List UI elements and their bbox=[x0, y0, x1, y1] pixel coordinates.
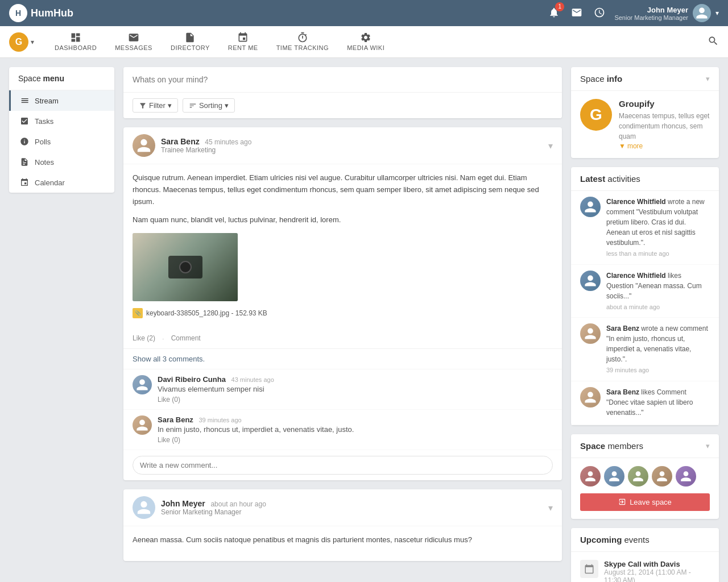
space-info-collapse[interactable]: ▾ bbox=[706, 74, 710, 83]
post-attachment: 📎 keyboard-338505_1280.jpg - 152.93 KB bbox=[133, 308, 553, 318]
attachment-name: keyboard-338505_1280.jpg - 152.93 KB bbox=[146, 309, 267, 317]
space-dropdown-icon[interactable]: ▾ bbox=[31, 38, 34, 46]
comment-avatar-sara bbox=[133, 415, 152, 435]
activity-item-2: Clarence Whitfield likes Question "Aenea… bbox=[571, 265, 719, 318]
nav-item-dashboard[interactable]: DASHBOARD bbox=[46, 26, 106, 58]
nav-label-directory: DIRECTORY bbox=[171, 44, 210, 51]
nav-item-messages[interactable]: MESSAGES bbox=[106, 26, 162, 58]
activity-item-4: Sara Benz likes Comment "Donec vitae sap… bbox=[571, 381, 719, 425]
activity-item-3: Sara Benz wrote a new comment "In enim j… bbox=[571, 318, 719, 381]
sidebar-label-calendar: Calendar bbox=[35, 178, 65, 187]
comment-time-1: 43 minutes ago bbox=[231, 376, 274, 383]
comment-button-1[interactable]: Comment bbox=[171, 334, 201, 343]
post-input-card: Filter ▾ Sorting ▾ bbox=[123, 67, 562, 118]
upcoming-events-card: Upcoming events Skype Call with Davis Au… bbox=[571, 528, 719, 583]
space-logo: G bbox=[580, 99, 612, 131]
search-button[interactable] bbox=[708, 35, 719, 48]
nav-label-rent-me: RENT ME bbox=[228, 44, 258, 51]
event-time-1: August 21, 2014 (11:00 AM - 11:30 AM) bbox=[604, 568, 710, 583]
latest-activities-title: Latest activities bbox=[571, 167, 719, 191]
space-info-title-plain: Space bbox=[580, 74, 607, 84]
top-navigation: H HumHub 1 John Meyer Senior Marketing M… bbox=[0, 0, 728, 26]
main-layout: Space menu Stream Tasks Polls Notes Cale… bbox=[0, 58, 728, 582]
post-avatar-john bbox=[133, 496, 155, 519]
space-info-title-bold: info bbox=[607, 74, 623, 84]
user-name: John Meyer bbox=[614, 6, 688, 14]
post-time-2: about an hour ago bbox=[210, 500, 266, 508]
sidebar-label-stream: Stream bbox=[35, 97, 59, 105]
member-avatar-3[interactable] bbox=[628, 466, 648, 487]
post-avatar-sara bbox=[133, 134, 155, 157]
post-image-1 bbox=[133, 233, 238, 301]
like-button-1[interactable]: Like (2) bbox=[133, 334, 155, 343]
comment-text-2: In enim justo, rhoncus ut, imperdiet a, … bbox=[158, 425, 553, 434]
sidebar-item-calendar[interactable]: Calendar bbox=[9, 172, 114, 193]
space-members-title: Space members bbox=[580, 441, 643, 451]
main-content: Filter ▾ Sorting ▾ Sara Benz bbox=[123, 67, 562, 582]
activity-avatar-sara3 bbox=[580, 323, 601, 344]
activity-time-1: less than a minute ago bbox=[606, 249, 710, 259]
nav-item-time-tracking[interactable]: TIME TRACKING bbox=[267, 26, 338, 58]
member-avatar-2[interactable] bbox=[604, 466, 624, 487]
nav-item-rent-me[interactable]: RENT ME bbox=[219, 26, 267, 58]
activity-author-4: Sara Benz bbox=[606, 388, 639, 396]
post-text-2: Aenean massa. Cum sociis natoque penatib… bbox=[133, 534, 553, 546]
sidebar-item-polls[interactable]: Polls bbox=[9, 131, 114, 152]
leave-space-button[interactable]: Leave space bbox=[580, 493, 710, 511]
comment-1: Davi Ribeiro Cunha 43 minutes ago Vivamu… bbox=[123, 369, 562, 410]
space-members-title-bold: members bbox=[607, 441, 643, 451]
user-title: Senior Marketing Manager bbox=[614, 14, 688, 21]
member-avatar-5[interactable] bbox=[676, 466, 696, 487]
comment-author-sara2: Sara Benz bbox=[158, 415, 193, 424]
event-icon-1 bbox=[580, 560, 598, 578]
post-input-field[interactable] bbox=[123, 67, 562, 92]
comment-like-1[interactable]: Like (0) bbox=[158, 396, 553, 404]
sidebar-label-tasks: Tasks bbox=[35, 117, 53, 126]
sidebar-item-notes[interactable]: Notes bbox=[9, 152, 114, 172]
comment-input-row bbox=[123, 450, 562, 480]
nav-item-media-wiki[interactable]: MEDIA WIKI bbox=[338, 26, 394, 58]
member-avatar-1[interactable] bbox=[580, 466, 601, 487]
event-item-1: Skype Call with Davis August 21, 2014 (1… bbox=[580, 560, 710, 583]
member-avatar-4[interactable] bbox=[652, 466, 672, 487]
nav-item-directory[interactable]: DIRECTORY bbox=[162, 26, 219, 58]
comment-time-2: 39 minutes ago bbox=[199, 417, 242, 423]
sidebar-item-tasks[interactable]: Tasks bbox=[9, 111, 114, 131]
filter-chevron-icon: ▾ bbox=[168, 101, 172, 110]
sidebar-item-stream[interactable]: Stream bbox=[9, 90, 114, 111]
sidebar-title: Space menu bbox=[9, 67, 114, 90]
post-options-1[interactable]: ▾ bbox=[548, 140, 553, 151]
notification-badge: 1 bbox=[555, 2, 564, 11]
members-body: Leave space bbox=[571, 458, 719, 519]
user-avatar bbox=[693, 4, 711, 22]
nav-label-time-tracking: TIME TRACKING bbox=[276, 44, 329, 51]
activity-author-1: Clarence Whitfield bbox=[606, 198, 666, 206]
comment-text-1: Vivamus elementum semper nisi bbox=[158, 385, 553, 393]
logo-text: HumHub bbox=[31, 7, 73, 19]
post-role-john: Senior Marketing Manager bbox=[161, 508, 548, 516]
attachment-icon: 📎 bbox=[133, 308, 143, 318]
space-members-collapse[interactable]: ▾ bbox=[706, 442, 710, 450]
sidebar-title-bold: menu bbox=[43, 74, 64, 83]
nav-label-media-wiki: MEDIA WIKI bbox=[347, 44, 384, 51]
notifications-button[interactable]: 1 bbox=[546, 5, 562, 22]
space-switcher-button[interactable]: G bbox=[9, 32, 28, 52]
activity-time-3: 39 minutes ago bbox=[606, 365, 710, 375]
filter-button[interactable]: Filter ▾ bbox=[133, 98, 178, 113]
logo-icon: H bbox=[9, 4, 27, 22]
comment-input-field[interactable] bbox=[133, 456, 553, 475]
show-all-comments[interactable]: Show all 3 comments. bbox=[123, 349, 562, 369]
sorting-button[interactable]: Sorting ▾ bbox=[183, 98, 235, 113]
user-menu[interactable]: John Meyer Senior Marketing Manager ▾ bbox=[614, 4, 719, 22]
latest-activities-card: Latest activities Clarence Whitfield wro… bbox=[571, 167, 719, 425]
logo[interactable]: H HumHub bbox=[9, 4, 73, 22]
clock-button[interactable] bbox=[592, 5, 607, 22]
sidebar-title-plain: Space bbox=[18, 74, 43, 83]
post-author-sara: Sara Benz bbox=[161, 137, 200, 146]
post-options-2[interactable]: ▾ bbox=[548, 502, 553, 513]
messages-button[interactable] bbox=[569, 5, 585, 22]
space-more-link[interactable]: ▼ more bbox=[619, 142, 643, 150]
comment-like-2[interactable]: Like (0) bbox=[158, 436, 553, 444]
activity-avatar-sara4 bbox=[580, 387, 601, 408]
filter-label: Filter bbox=[149, 101, 166, 110]
